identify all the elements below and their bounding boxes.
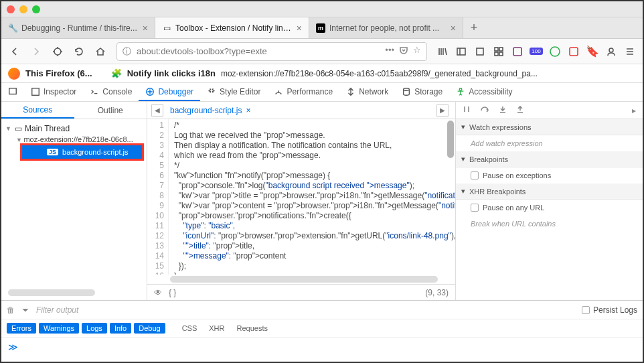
pause-button[interactable] <box>463 105 471 115</box>
prettify-button[interactable]: { } <box>169 288 176 297</box>
filter-chip-warnings[interactable]: Warnings <box>39 323 79 334</box>
window-icon: ▭ <box>15 124 22 133</box>
tool-debugger[interactable]: Debugger <box>139 83 200 101</box>
pocket-icon[interactable] <box>398 45 409 58</box>
debugger-body: Sources Outline ▼ ▭ Main Thread ▼ moz-ex… <box>1 102 643 300</box>
menu-icon[interactable] <box>621 43 639 60</box>
forward-button[interactable] <box>27 42 46 61</box>
tool-storage[interactable]: Storage <box>395 83 449 101</box>
collapse-button[interactable]: ▸ <box>632 106 636 115</box>
tab-label: Internet for people, not profit ... <box>329 23 447 33</box>
watch-header[interactable]: ▾Watch expressions <box>456 119 643 135</box>
extension-icon[interactable]: 100 <box>528 43 545 60</box>
extension-icon[interactable] <box>509 43 526 60</box>
persist-logs-checkbox[interactable]: Persist Logs <box>582 305 637 315</box>
back-button[interactable] <box>5 42 24 61</box>
tool-style-editor[interactable]: Style Editor <box>200 83 267 101</box>
reload-button[interactable] <box>70 42 88 61</box>
filter-chip-logs[interactable]: Logs <box>82 323 107 334</box>
url-input[interactable]: ⓘ about:devtools-toolbox?type=exte ••• ☆ <box>116 42 427 61</box>
pause-any-url-checkbox[interactable]: Pause on any URL <box>456 200 643 216</box>
editor-tab[interactable]: background-script.js × <box>170 106 250 115</box>
tab-label: Toolbox - Extension / Notify link... <box>175 23 293 33</box>
sidebar-icon[interactable] <box>453 43 470 60</box>
chevron-down-icon: ▼ <box>5 125 12 132</box>
runtime-label: This Firefox (6... <box>25 68 92 78</box>
console-prompt[interactable]: ≫ <box>1 337 643 356</box>
step-in-button[interactable] <box>499 105 507 115</box>
close-icon[interactable]: × <box>143 23 148 33</box>
extension-icon[interactable] <box>490 43 507 60</box>
add-watch-input[interactable]: Add watch expression <box>456 135 643 151</box>
svg-point-10 <box>609 48 613 52</box>
svg-rect-2 <box>477 48 483 55</box>
devtools-toolbar: Inspector Console Debugger Style Editor … <box>1 83 643 102</box>
tool-accessibility[interactable]: Accessibility <box>449 83 519 101</box>
home-button[interactable] <box>91 42 110 61</box>
library-icon[interactable] <box>434 43 451 60</box>
sources-panel: Sources Outline ▼ ▭ Main Thread ▼ moz-ex… <box>1 102 147 300</box>
thread-row[interactable]: ▼ ▭ Main Thread <box>1 122 147 135</box>
collapse-sources-button[interactable]: ◀ <box>151 104 163 117</box>
breakpoints-header[interactable]: ▾Breakpoints <box>456 151 643 167</box>
trash-icon[interactable]: 🗑 <box>7 305 15 315</box>
xhr-breakpoints-header[interactable]: ▾XHR Breakpoints <box>456 184 643 200</box>
close-icon[interactable]: × <box>297 23 302 33</box>
filter-input[interactable]: Filter output <box>36 305 170 315</box>
sources-tab[interactable]: Sources <box>1 102 74 119</box>
svg-rect-5 <box>495 52 498 56</box>
svg-point-8 <box>550 47 560 56</box>
svg-rect-4 <box>499 48 503 51</box>
filter-chip-xhr[interactable]: XHR <box>204 323 229 334</box>
browser-tab[interactable]: ▭ Toolbox - Extension / Notify link... × <box>155 17 309 38</box>
collapse-right-button[interactable]: ▶ <box>436 104 449 117</box>
extension-icon[interactable] <box>471 43 489 60</box>
info-icon[interactable]: ⓘ <box>123 46 131 58</box>
filter-chip-requests[interactable]: Requests <box>232 323 272 334</box>
split-console: 🗑 ⏷ Filter output Persist Logs Errors Wa… <box>1 300 643 356</box>
account-icon[interactable] <box>602 43 620 60</box>
step-out-button[interactable] <box>516 105 524 115</box>
scrollbar[interactable] <box>170 276 438 283</box>
filter-chip-css[interactable]: CSS <box>177 323 202 334</box>
extension-icon[interactable] <box>546 43 564 60</box>
devtools-header: This Firefox (6... 🧩 Notify link clicks … <box>1 64 643 83</box>
outline-tab[interactable]: Outline <box>74 102 147 119</box>
source-file-row[interactable]: JS background-script.js <box>21 145 143 159</box>
tool-performance[interactable]: Performance <box>267 83 339 101</box>
svg-point-0 <box>54 48 61 55</box>
bookmark-icon[interactable]: ☆ <box>413 45 421 58</box>
zoom-window-button[interactable] <box>32 5 40 13</box>
close-icon[interactable]: × <box>451 23 456 33</box>
pause-exceptions-checkbox[interactable]: Pause on exceptions <box>456 167 643 184</box>
browser-tab[interactable]: m Internet for people, not profit ... × <box>309 17 463 38</box>
filter-chip-errors[interactable]: Errors <box>7 323 36 334</box>
filter-chip-info[interactable]: Info <box>110 323 131 334</box>
extension-icon[interactable]: 🔖 <box>584 43 601 60</box>
xhr-url-input[interactable]: Break when URL contains <box>456 216 643 232</box>
url-text: about:devtools-toolbox?type=exte <box>137 46 385 56</box>
tool-inspector[interactable]: Inspector <box>24 83 83 101</box>
close-icon[interactable]: × <box>246 106 250 115</box>
watch-icon[interactable]: 👁 <box>154 288 162 297</box>
new-tab-button[interactable]: + <box>463 17 485 38</box>
code-content[interactable]: /* Log that we received the "prop">messa… <box>169 119 455 275</box>
origin-row[interactable]: ▼ moz-extension://e7fb218e-06c8... <box>1 135 147 143</box>
extension-icon[interactable] <box>565 43 582 60</box>
scrollbar[interactable] <box>8 289 95 296</box>
dev-button[interactable] <box>48 42 67 61</box>
iframe-picker-button[interactable] <box>1 83 24 101</box>
code-editor[interactable]: 1234567891011121314151617 /* Log that we… <box>147 119 455 275</box>
tool-network[interactable]: Network <box>339 83 395 101</box>
chevron-down-icon: ▾ <box>461 155 465 163</box>
step-over-button[interactable] <box>480 105 489 115</box>
filter-chip-debug[interactable]: Debug <box>134 323 165 334</box>
more-icon[interactable]: ••• <box>385 45 394 58</box>
scrollbar[interactable] <box>447 121 454 158</box>
close-window-button[interactable] <box>7 5 15 13</box>
tool-console[interactable]: Console <box>83 83 139 101</box>
extension-url: moz-extension://e7fb218e-06c8-054e-a163-… <box>221 69 538 78</box>
minimize-window-button[interactable] <box>19 5 27 13</box>
browser-tab[interactable]: 🔧 Debugging - Runtime / this-fire... × <box>1 17 155 38</box>
browser-tabbar: 🔧 Debugging - Runtime / this-fire... × ▭… <box>1 17 643 39</box>
